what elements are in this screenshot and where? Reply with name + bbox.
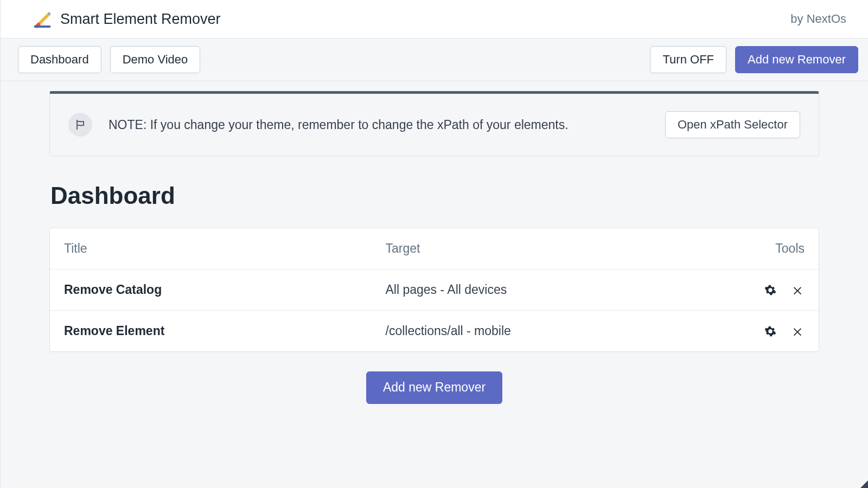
turn-off-button[interactable]: Turn OFF [650, 46, 726, 73]
col-header-tools: Tools [707, 241, 805, 256]
table-header: Title Target Tools [50, 228, 819, 269]
note-banner: NOTE: If you change your theme, remember… [49, 91, 819, 156]
col-header-target: Target [386, 241, 707, 256]
flag-icon [68, 113, 92, 137]
topbar: Smart Element Remover by NextOs [1, 0, 868, 38]
app-logo-icon [33, 10, 52, 28]
toolbar: Dashboard Demo Video Turn OFF Add new Re… [1, 38, 868, 81]
open-xpath-selector-button[interactable]: Open xPath Selector [665, 111, 800, 138]
row-target: /collections/all - mobile [386, 324, 707, 338]
table-row: Remove Element /collections/all - mobile [50, 311, 819, 351]
gear-icon[interactable] [763, 283, 777, 297]
note-text: NOTE: If you change your theme, remember… [108, 118, 649, 132]
close-icon[interactable] [790, 324, 805, 338]
dashboard-button[interactable]: Dashboard [18, 46, 101, 73]
add-new-remover-button-bottom[interactable]: Add new Remover [366, 371, 502, 403]
resize-handle-icon[interactable] [860, 480, 868, 488]
close-icon[interactable] [790, 283, 805, 297]
remover-table: Title Target Tools Remove Catalog All pa… [49, 228, 819, 352]
row-title: Remove Catalog [64, 282, 386, 297]
app-title: Smart Element Remover [60, 11, 221, 28]
demo-video-button[interactable]: Demo Video [110, 46, 201, 73]
add-new-remover-button[interactable]: Add new Remover [735, 46, 858, 73]
page-title: Dashboard [50, 182, 819, 209]
row-title: Remove Element [64, 324, 386, 338]
table-row: Remove Catalog All pages - All devices [50, 269, 819, 311]
brand-label: by NextOs [790, 12, 846, 26]
col-header-title: Title [64, 241, 386, 256]
row-target: All pages - All devices [386, 282, 707, 297]
gear-icon[interactable] [763, 324, 777, 338]
svg-rect-4 [34, 25, 50, 28]
topbar-left: Smart Element Remover [33, 10, 221, 28]
